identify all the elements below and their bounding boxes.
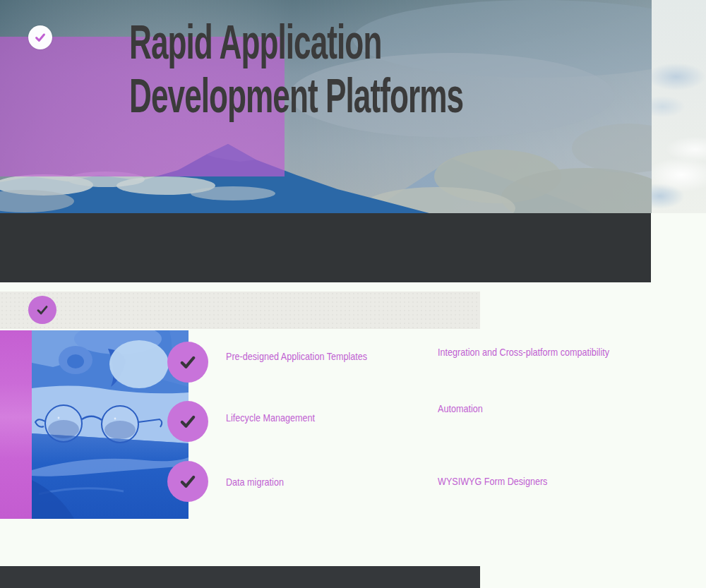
check-icon xyxy=(177,352,198,373)
checklist-check-badge xyxy=(167,401,208,442)
checklist-item-label: Automation xyxy=(438,403,483,414)
dark-divider-bar-top xyxy=(0,213,651,282)
slide-canvas: Rapid Application Development Platforms xyxy=(0,0,706,588)
clouds-photo-strip xyxy=(652,0,706,213)
page-title-line1: Rapid Application xyxy=(129,16,463,69)
checklist-item-label: WYSIWYG Form Designers xyxy=(438,476,547,486)
page-title: Rapid Application Development Platforms xyxy=(129,16,463,123)
glasses-photo xyxy=(32,330,189,519)
check-icon xyxy=(33,30,47,44)
checklist-check-badge xyxy=(167,342,208,383)
checklist-item-label: Data migration xyxy=(226,476,284,487)
checklist-item-label: Lifecycle Management xyxy=(226,412,315,423)
check-icon xyxy=(177,471,198,492)
checklist-item-label: Integration and Cross-platform compatibi… xyxy=(438,347,609,357)
check-badge xyxy=(28,25,52,49)
section-check-badge xyxy=(28,296,56,324)
checklist-check-badge xyxy=(167,461,208,502)
section-bar xyxy=(0,292,480,329)
page-title-line2: Development Platforms xyxy=(129,69,463,123)
check-icon xyxy=(35,302,50,318)
checklist-item-label: Pre-designed Application Templates xyxy=(226,351,367,361)
magenta-accent-strip xyxy=(0,330,32,519)
check-icon xyxy=(177,411,198,432)
dark-divider-bar-bottom xyxy=(0,566,480,588)
